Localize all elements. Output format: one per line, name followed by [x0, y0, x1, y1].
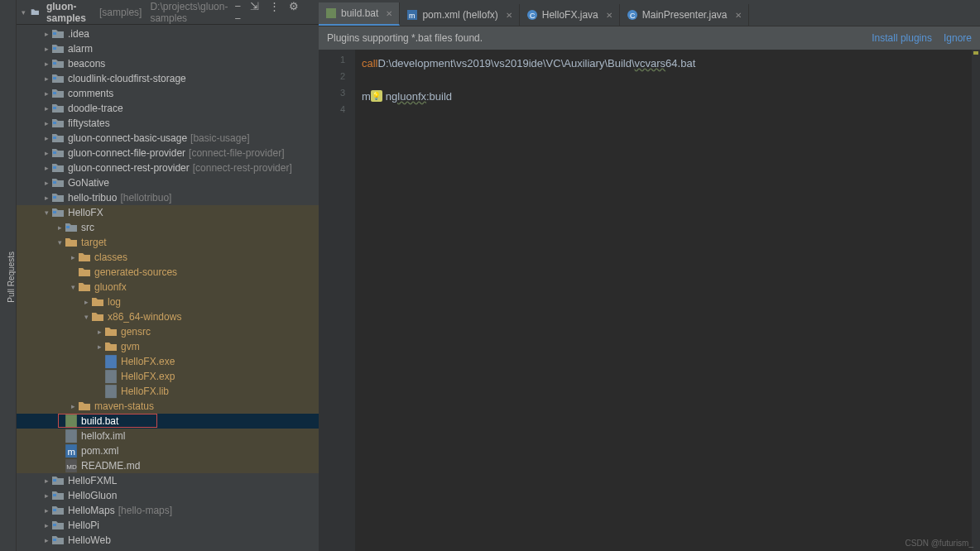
tree-folder-hellopi[interactable]: ▸HelloPi — [17, 518, 319, 533]
code-line[interactable] — [362, 104, 980, 121]
project-tree[interactable]: ▸.idea▸alarm▸beacons▸cloudlink-cloudfirs… — [17, 25, 319, 551]
chevron-right-icon[interactable]: ▸ — [43, 179, 50, 187]
close-icon[interactable]: ✕ — [606, 11, 612, 20]
tree-file-pom-xml[interactable]: mpom.xml — [17, 443, 319, 458]
close-icon[interactable]: ✕ — [506, 11, 512, 20]
tree-folder-gluon-connect-rest-provider[interactable]: ▸gluon-connect-rest-provider[connect-res… — [17, 161, 319, 175]
tab-pom-xml-hellofx-[interactable]: mpom.xml (hellofx)✕ — [400, 4, 519, 26]
warning-marker-icon[interactable] — [973, 51, 978, 55]
tree-file-readme-md[interactable]: MDREADME.md — [17, 458, 319, 473]
folder-icon — [78, 266, 91, 279]
editor-marker-bar[interactable] — [972, 50, 980, 551]
tree-folder-gonative[interactable]: ▸GoNative — [17, 175, 319, 190]
tree-folder-helloweb[interactable]: ▸HelloWeb — [17, 533, 319, 548]
chevron-right-icon[interactable]: ▸ — [43, 134, 50, 142]
svg-rect-0 — [53, 32, 56, 35]
tree-folder-hello-tribuo[interactable]: ▸hello-tribuo[hellotribuo] — [17, 190, 319, 205]
close-icon[interactable]: ✕ — [735, 11, 742, 20]
tree-folder-target[interactable]: ▾target — [17, 235, 319, 250]
chevron-right-icon[interactable]: ▸ — [43, 89, 50, 98]
tree-file-hellofx-lib[interactable]: HelloFX.lib — [17, 384, 319, 399]
tree-folder-hellogluon[interactable]: ▸HelloGluon — [17, 488, 319, 503]
chevron-right-icon[interactable]: ▸ — [43, 45, 50, 53]
intention-bulb-icon[interactable]: 💡 — [371, 90, 382, 102]
tree-file-hellofx-exe[interactable]: HelloFX.exe — [17, 354, 319, 369]
tree-folder-x86-64-windows[interactable]: ▾x86_64-windows — [17, 309, 319, 324]
tab-hellofx-java[interactable]: CHelloFX.java✕ — [520, 4, 620, 26]
token-underline: vcvars — [635, 57, 666, 69]
hide-icon[interactable]: − — [234, 12, 241, 25]
tree-file-hellofx-exp[interactable]: HelloFX.exp — [17, 369, 319, 384]
file-icon — [104, 370, 118, 383]
chevron-right-icon[interactable]: ▸ — [43, 194, 50, 202]
tree-folder-gensrc[interactable]: ▸gensrc — [17, 324, 319, 339]
chevron-down-icon[interactable]: ▾ — [43, 208, 50, 217]
chevron-right-icon[interactable]: ▸ — [43, 119, 50, 127]
more-icon[interactable]: ⋮ — [269, 0, 280, 12]
tab-mainpresenter-java[interactable]: CMainPresenter.java✕ — [620, 4, 749, 26]
chevron-right-icon[interactable]: ▸ — [43, 60, 50, 68]
collapse-icon[interactable]: − — [234, 0, 241, 12]
install-plugins-link[interactable]: Install plugins — [872, 32, 932, 44]
ignore-link[interactable]: Ignore — [944, 32, 972, 44]
tree-folder-src[interactable]: ▸src — [17, 220, 319, 235]
chevron-right-icon[interactable]: ▸ — [43, 521, 50, 529]
rail-tab-pull-requests[interactable]: Pull Requests — [7, 252, 16, 303]
chevron-right-icon[interactable]: ▸ — [56, 223, 63, 232]
chevron-right-icon[interactable]: ▸ — [43, 74, 50, 83]
chevron-right-icon[interactable]: ▸ — [43, 491, 50, 500]
chevron-right-icon[interactable]: ▸ — [43, 164, 50, 172]
tree-folder-hellofxml[interactable]: ▸HelloFXML — [17, 473, 319, 488]
tree-folder-gluon-connect-basic-usage[interactable]: ▸gluon-connect-basic-usage[basic-usage] — [17, 131, 319, 146]
tree-folder-comments[interactable]: ▸comments — [17, 86, 319, 101]
chevron-right-icon[interactable]: ▸ — [43, 536, 50, 544]
tree-item-label: gluon-connect-basic-usage — [68, 132, 187, 144]
project-root-label[interactable]: ▾ gluon-samples [samples] D:\projects\gl… — [22, 1, 228, 24]
tree-folder--idea[interactable]: ▸.idea — [17, 26, 319, 41]
line-number: 2 — [319, 71, 355, 88]
chevron-right-icon[interactable]: ▸ — [96, 343, 103, 351]
tab-label: pom.xml (hellofx) — [422, 9, 497, 21]
tree-folder-beacons[interactable]: ▸beacons — [17, 56, 319, 71]
chevron-right-icon[interactable]: ▸ — [43, 149, 50, 157]
chevron-down-icon[interactable]: ▾ — [56, 238, 63, 247]
gear-icon[interactable]: ⚙ — [289, 0, 299, 12]
tree-file-build-bat[interactable]: build.bat — [17, 414, 319, 429]
chevron-right-icon[interactable]: ▸ — [70, 253, 76, 261]
tree-folder-gvm[interactable]: ▸gvm — [17, 339, 319, 354]
tab-label: build.bat — [341, 7, 378, 19]
chevron-right-icon[interactable]: ▸ — [43, 104, 50, 113]
code-line[interactable] — [362, 71, 980, 88]
tab-build-bat[interactable]: build.bat✕ — [319, 2, 400, 26]
chevron-right-icon[interactable]: ▸ — [70, 402, 76, 410]
tree-folder-helloworld[interactable]: ▸HelloWorld — [17, 548, 319, 551]
tree-folder-gluon-connect-file-provider[interactable]: ▸gluon-connect-file-provider[connect-fil… — [17, 146, 319, 161]
expand-icon[interactable]: ⇲ — [250, 0, 259, 12]
tree-folder-maven-status[interactable]: ▸maven-status — [17, 399, 319, 414]
close-icon[interactable]: ✕ — [386, 9, 392, 18]
svg-rect-12 — [53, 211, 56, 213]
tree-folder-generated-sources[interactable]: generated-sources — [17, 265, 319, 280]
chevron-right-icon[interactable]: ▸ — [96, 328, 103, 336]
tree-folder-classes[interactable]: ▸classes — [17, 250, 319, 265]
chevron-right-icon[interactable]: ▸ — [43, 506, 50, 515]
tree-folder-log[interactable]: ▸log — [17, 295, 319, 309]
tree-folder-hellofx[interactable]: ▾HelloFX — [17, 205, 319, 220]
tree-item-label: HelloWeb — [68, 534, 111, 546]
tree-folder-alarm[interactable]: ▸alarm — [17, 41, 319, 56]
tree-folder-gluonfx[interactable]: ▾gluonfx — [17, 280, 319, 295]
chevron-right-icon[interactable]: ▸ — [43, 30, 50, 38]
code-line[interactable]: m💡n gluonfx:build — [362, 88, 980, 104]
code-lines[interactable]: call D:\development\vs2019\vs2019ide\VC\… — [355, 50, 980, 551]
tree-file-hellofx-iml[interactable]: hellofx.iml — [17, 429, 319, 443]
chevron-right-icon[interactable]: ▸ — [83, 298, 89, 306]
chevron-down-icon[interactable]: ▾ — [83, 313, 89, 321]
tree-folder-cloudlink-cloudfirst-storage[interactable]: ▸cloudlink-cloudfirst-storage — [17, 71, 319, 86]
chevron-down-icon[interactable]: ▾ — [70, 283, 76, 291]
tree-folder-fiftystates[interactable]: ▸fiftystates — [17, 116, 319, 131]
chevron-right-icon[interactable]: ▸ — [43, 477, 50, 485]
tree-folder-hellomaps[interactable]: ▸HelloMaps[hello-maps] — [17, 503, 319, 518]
code-editor[interactable]: 1234 call D:\development\vs2019\vs2019id… — [319, 50, 980, 551]
tree-folder-doodle-trace[interactable]: ▸doodle-trace — [17, 101, 319, 116]
code-line[interactable]: call D:\development\vs2019\vs2019ide\VC\… — [362, 55, 980, 71]
